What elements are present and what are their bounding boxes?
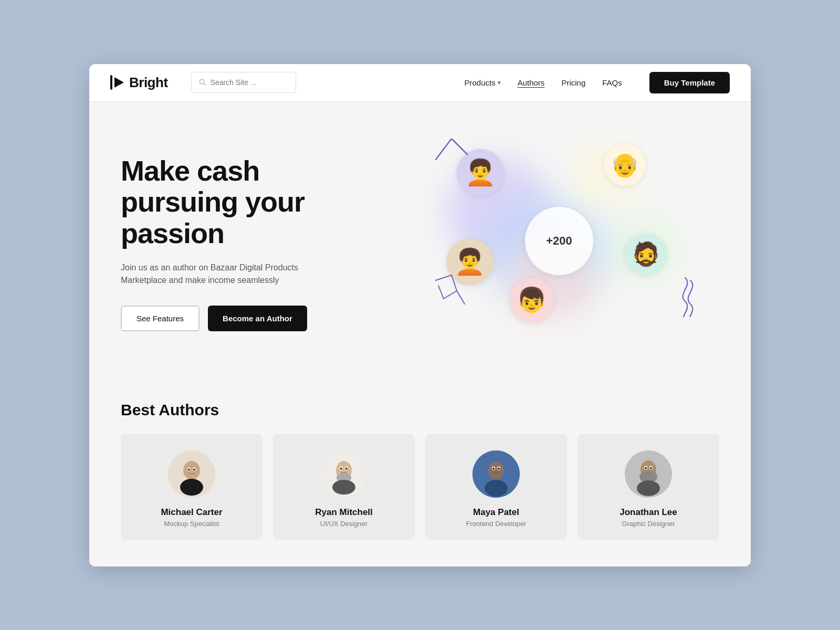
svg-line-5 xyxy=(452,139,467,154)
best-authors-title: Best Authors xyxy=(121,401,719,419)
best-authors-section: Best Authors xyxy=(89,380,751,566)
nav-links: Products ▾ Authors Pricing FAQs Buy Temp… xyxy=(464,72,730,93)
products-chevron-icon: ▾ xyxy=(498,79,501,86)
hero-content: Make cash pursuing your passion Join us … xyxy=(121,155,383,331)
logo-link[interactable]: Bright xyxy=(110,75,168,91)
author-face-jonathan-svg xyxy=(625,450,672,498)
nav-pricing[interactable]: Pricing xyxy=(561,78,585,87)
hero-buttons: See Features Become an Author xyxy=(121,306,383,331)
author-name-jonathan: Jonathan Lee xyxy=(620,507,677,518)
author-face-michael-svg xyxy=(168,450,215,498)
svg-point-26 xyxy=(490,463,502,476)
svg-point-19 xyxy=(332,480,355,495)
authors-grid: Michael Carter Mockup Specialist xyxy=(121,434,719,540)
hero-title: Make cash pursuing your passion xyxy=(121,155,383,249)
author-face-ryan-svg xyxy=(320,450,368,498)
logo-icon xyxy=(110,75,125,90)
see-features-button[interactable]: See Features xyxy=(121,306,200,331)
counter-badge: +200 xyxy=(525,207,593,275)
search-bar[interactable] xyxy=(191,72,296,93)
author-avatar-michael xyxy=(168,450,215,498)
buy-template-button[interactable]: Buy Template xyxy=(649,72,730,93)
svg-point-39 xyxy=(645,467,647,469)
svg-marker-1 xyxy=(114,77,124,88)
author-avatar-ryan xyxy=(320,450,368,498)
svg-point-22 xyxy=(340,467,342,469)
svg-point-9 xyxy=(180,479,203,496)
become-author-button[interactable]: Become an Author xyxy=(208,306,307,331)
svg-point-36 xyxy=(637,480,660,496)
author-role-jonathan: Graphic Designer xyxy=(622,520,675,528)
avatar-circle-1: 🧑‍🦱 xyxy=(457,149,504,196)
svg-point-13 xyxy=(188,468,190,470)
svg-line-4 xyxy=(436,139,452,160)
hero-visual: 🧑‍🦱 👴 🧑‍🦱 🧔 👦 +200 xyxy=(404,133,719,354)
search-icon xyxy=(199,79,206,86)
author-role-ryan: UI/UX Designer xyxy=(320,520,368,528)
nav-faqs[interactable]: FAQs xyxy=(602,78,622,87)
hero-subtitle: Join us as an author on Bazaar Digital P… xyxy=(121,261,310,287)
avatar-circle-5: 👦 xyxy=(509,278,554,322)
svg-point-23 xyxy=(345,467,348,469)
hero-section: Make cash pursuing your passion Join us … xyxy=(89,102,751,380)
brand-name: Bright xyxy=(129,75,168,91)
author-card-jonathan: Jonathan Lee Graphic Designer xyxy=(578,434,719,540)
author-avatar-maya xyxy=(472,450,520,498)
author-avatar-jonathan xyxy=(625,450,672,498)
nav-products[interactable]: Products ▾ xyxy=(464,78,500,87)
svg-rect-0 xyxy=(110,75,112,90)
svg-point-31 xyxy=(498,467,500,469)
svg-point-10 xyxy=(185,464,198,477)
browser-window: Bright Products ▾ Authors Pricing FAQs xyxy=(89,64,751,566)
avatar-circle-4: 🧔 xyxy=(625,233,667,275)
author-name-maya: Maya Patel xyxy=(473,507,519,518)
svg-point-14 xyxy=(193,468,195,470)
author-name-michael: Michael Carter xyxy=(161,507,222,518)
svg-point-27 xyxy=(485,480,508,497)
avatar-circle-2: 👴 xyxy=(604,144,646,186)
author-face-maya-svg xyxy=(472,450,520,498)
svg-point-40 xyxy=(650,467,652,469)
navbar: Bright Products ▾ Authors Pricing FAQs xyxy=(89,64,751,102)
author-name-ryan: Ryan Mitchell xyxy=(315,507,373,518)
author-role-michael: Mockup Specialist xyxy=(164,520,219,528)
author-role-maya: Frontend Developer xyxy=(466,520,527,528)
search-input[interactable] xyxy=(211,78,288,87)
svg-line-6 xyxy=(457,291,465,304)
avatar-circle-3: 🧑‍🦱 xyxy=(446,238,494,286)
svg-point-30 xyxy=(492,467,495,469)
nav-authors[interactable]: Authors xyxy=(518,78,545,87)
author-card-ryan: Ryan Mitchell UI/UX Designer xyxy=(273,434,415,540)
author-card-maya: Maya Patel Frontend Developer xyxy=(425,434,567,540)
deco-squiggle xyxy=(667,275,704,317)
author-card-michael: Michael Carter Mockup Specialist xyxy=(121,434,262,540)
svg-line-3 xyxy=(204,83,206,86)
